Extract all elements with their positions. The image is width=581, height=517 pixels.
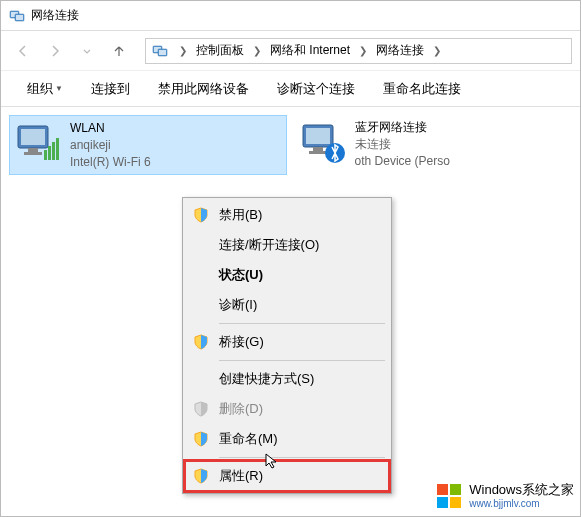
svg-rect-17 <box>306 128 330 144</box>
chevron-right-icon: ❯ <box>250 45 264 56</box>
shield-icon <box>193 401 209 417</box>
shield-icon <box>193 207 209 223</box>
connection-labels: WLAN anqikeji Intel(R) Wi-Fi 6 <box>70 120 151 170</box>
menu-label: 重命名(M) <box>219 430 278 448</box>
menu-label: 删除(D) <box>219 400 263 418</box>
menu-properties[interactable]: 属性(R) <box>185 461 389 491</box>
menu-status[interactable]: 状态(U) <box>185 260 389 290</box>
menu-connect-disconnect[interactable]: 连接/断开连接(O) <box>185 230 389 260</box>
connection-name: 蓝牙网络连接 <box>355 119 450 136</box>
windows-logo-icon <box>435 482 463 510</box>
svg-rect-14 <box>52 142 55 160</box>
menu-label: 状态(U) <box>219 266 263 284</box>
svg-rect-10 <box>28 148 38 152</box>
context-menu: 禁用(B) 连接/断开连接(O) 状态(U) 诊断(I) 桥接(G) 创建快捷方… <box>182 197 392 494</box>
menu-delete: 删除(D) <box>185 394 389 424</box>
toolbar: 组织 ▼ 连接到 禁用此网络设备 诊断这个连接 重命名此连接 <box>1 71 580 107</box>
svg-rect-24 <box>450 497 461 508</box>
svg-rect-23 <box>437 497 448 508</box>
connection-labels: 蓝牙网络连接 未连接 oth Device (Perso <box>355 119 450 169</box>
menu-bridge[interactable]: 桥接(G) <box>185 327 389 357</box>
menu-create-shortcut[interactable]: 创建快捷方式(S) <box>185 364 389 394</box>
shield-icon <box>193 431 209 447</box>
bluetooth-adapter-icon <box>299 119 347 167</box>
toolbar-label: 组织 <box>27 80 53 98</box>
svg-rect-9 <box>21 129 45 145</box>
connection-item-wlan[interactable]: WLAN anqikeji Intel(R) Wi-Fi 6 <box>9 115 287 175</box>
chevron-right-icon: ❯ <box>176 45 190 56</box>
connection-adapter: Intel(R) Wi-Fi 6 <box>70 154 151 171</box>
cursor-icon <box>264 452 282 470</box>
connection-name: WLAN <box>70 120 151 137</box>
watermark: Windows系统之家 www.bjjmlv.com <box>435 482 574 510</box>
svg-rect-12 <box>44 150 47 160</box>
rename-button[interactable]: 重命名此连接 <box>373 76 471 102</box>
disable-device-button[interactable]: 禁用此网络设备 <box>148 76 259 102</box>
connections-view: WLAN anqikeji Intel(R) Wi-Fi 6 蓝牙网络连接 未连… <box>1 107 580 183</box>
menu-label: 桥接(G) <box>219 333 264 351</box>
menu-label: 禁用(B) <box>219 206 262 224</box>
svg-rect-11 <box>24 152 42 155</box>
chevron-right-icon: ❯ <box>356 45 370 56</box>
connect-to-button[interactable]: 连接到 <box>81 76 140 102</box>
wifi-adapter-icon <box>14 120 62 168</box>
diagnose-button[interactable]: 诊断这个连接 <box>267 76 365 102</box>
breadcrumb-item[interactable]: 网络和 Internet <box>268 40 352 61</box>
menu-label: 创建快捷方式(S) <box>219 370 314 388</box>
svg-rect-13 <box>48 146 51 160</box>
network-connections-icon <box>9 8 25 24</box>
breadcrumb-item[interactable]: 网络连接 <box>374 40 426 61</box>
menu-separator <box>219 457 385 458</box>
svg-rect-7 <box>159 50 166 55</box>
network-connections-icon <box>152 43 168 59</box>
nav-back-button[interactable] <box>9 37 37 65</box>
organize-menu[interactable]: 组织 ▼ <box>17 76 73 102</box>
connection-item-bluetooth[interactable]: 蓝牙网络连接 未连接 oth Device (Perso <box>295 115 572 175</box>
nav-up-button[interactable] <box>105 37 133 65</box>
menu-separator <box>219 360 385 361</box>
svg-rect-15 <box>56 138 59 160</box>
menu-diagnose[interactable]: 诊断(I) <box>185 290 389 320</box>
nav-recent-dropdown[interactable] <box>73 37 101 65</box>
menu-label: 属性(R) <box>219 467 263 485</box>
chevron-right-icon: ❯ <box>430 45 444 56</box>
nav-forward-button[interactable] <box>41 37 69 65</box>
shield-icon <box>193 334 209 350</box>
breadcrumb-item[interactable]: 控制面板 <box>194 40 246 61</box>
menu-label: 诊断(I) <box>219 296 257 314</box>
shield-icon <box>193 468 209 484</box>
watermark-title: Windows系统之家 <box>469 483 574 497</box>
menu-disable[interactable]: 禁用(B) <box>185 200 389 230</box>
address-bar: ❯ 控制面板 ❯ 网络和 Internet ❯ 网络连接 ❯ <box>1 31 580 71</box>
connection-adapter: oth Device (Perso <box>355 153 450 170</box>
window-titlebar: 网络连接 <box>1 1 580 31</box>
watermark-url: www.bjjmlv.com <box>469 498 574 509</box>
svg-rect-3 <box>16 15 23 20</box>
svg-rect-18 <box>313 147 323 151</box>
menu-separator <box>219 323 385 324</box>
menu-label: 连接/断开连接(O) <box>219 236 319 254</box>
svg-rect-22 <box>450 484 461 495</box>
window-title: 网络连接 <box>31 7 79 24</box>
connection-status: 未连接 <box>355 136 450 153</box>
svg-rect-19 <box>309 151 327 154</box>
chevron-down-icon: ▼ <box>55 84 63 93</box>
menu-rename[interactable]: 重命名(M) <box>185 424 389 454</box>
svg-rect-21 <box>437 484 448 495</box>
breadcrumb[interactable]: ❯ 控制面板 ❯ 网络和 Internet ❯ 网络连接 ❯ <box>145 38 572 64</box>
connection-ssid: anqikeji <box>70 137 151 154</box>
